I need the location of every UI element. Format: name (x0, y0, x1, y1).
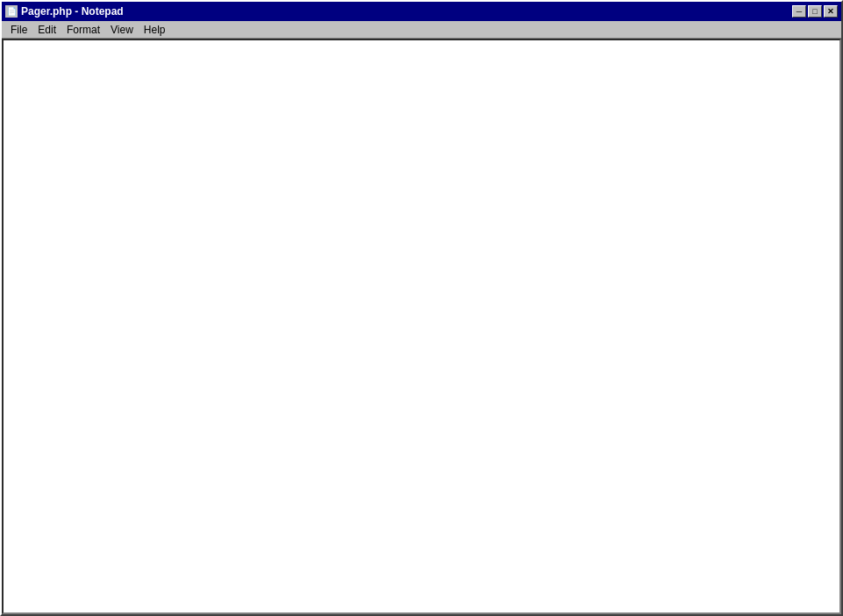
menu-bar: File Edit Format View Help (2, 21, 841, 39)
menu-edit[interactable]: Edit (32, 23, 61, 36)
minimize-button[interactable]: ─ (792, 5, 806, 18)
notepad-window: 📄 Pager.php - Notepad ─ □ ✕ File Edit Fo… (0, 0, 843, 616)
menu-help[interactable]: Help (139, 23, 171, 36)
close-button[interactable]: ✕ (824, 5, 838, 18)
menu-file[interactable]: File (5, 23, 32, 36)
title-bar-buttons: ─ □ ✕ (792, 5, 838, 18)
window-title: Pager.php - Notepad (21, 5, 124, 18)
maximize-button[interactable]: □ (808, 5, 822, 18)
title-bar-left: 📄 Pager.php - Notepad (5, 5, 124, 18)
title-bar: 📄 Pager.php - Notepad ─ □ ✕ (2, 2, 841, 21)
menu-format[interactable]: Format (61, 23, 105, 36)
menu-view[interactable]: View (105, 23, 139, 36)
text-editor[interactable] (2, 39, 841, 614)
code-content (4, 40, 839, 56)
app-icon: 📄 (5, 5, 18, 18)
